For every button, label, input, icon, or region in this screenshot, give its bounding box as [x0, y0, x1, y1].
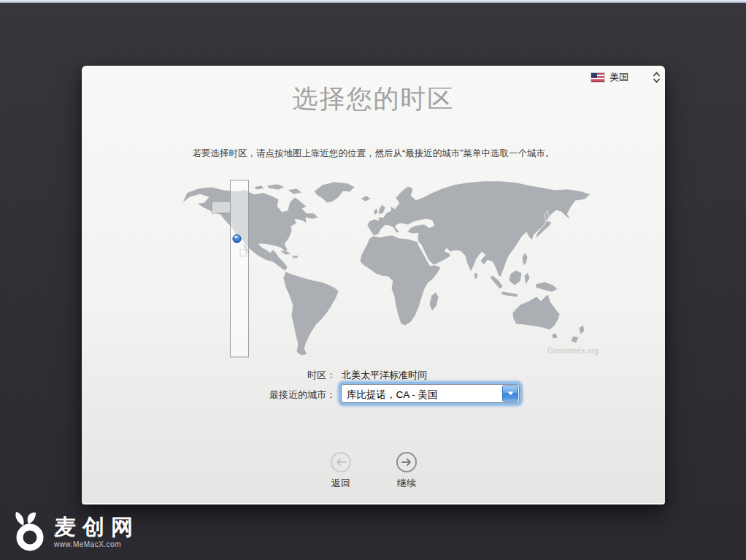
continue-button[interactable]: 继续: [386, 452, 427, 490]
us-flag-icon: [591, 73, 604, 82]
instruction-text: 若要选择时区，请点按地图上靠近您的位置，然后从“最接近的城市”菜单中选取一个城市…: [82, 147, 665, 160]
continue-button-label: 继续: [386, 477, 427, 490]
back-button[interactable]: 返回: [320, 452, 361, 490]
map-australia: [512, 294, 560, 330]
map-south-america: [283, 272, 339, 356]
chevron-down-icon: [507, 391, 514, 396]
memacx-logo-icon: [13, 511, 48, 552]
back-button-label: 返回: [320, 477, 361, 490]
map-greenland: [314, 182, 355, 203]
watermark: 麦创网 www.MeMacX.com: [13, 511, 139, 552]
closest-city-label: 最接近的城市：: [269, 388, 336, 402]
setup-assistant-window: 美国 选择您的时区 若要选择时区，请点按地图上靠近您的位置，然后从“最接近的城市…: [82, 66, 665, 505]
selected-city-marker: [233, 234, 241, 242]
page-title: 选择您的时区: [82, 82, 665, 116]
timezone-world-map[interactable]: Geonames.org: [181, 180, 608, 358]
timezone-band: [212, 180, 249, 357]
timezone-label: 时区：: [307, 369, 336, 382]
desktop-top-edge: [0, 0, 746, 3]
arrow-left-icon: [335, 458, 347, 467]
timezone-value: 北美太平洋标准时间: [342, 369, 427, 382]
combobox-dropdown-button[interactable]: [502, 386, 518, 402]
map-north-america: [182, 187, 318, 271]
back-arrow-circle: [331, 452, 351, 472]
watermark-site-url: www.MeMacX.com: [54, 540, 139, 548]
arrow-right-icon: [401, 458, 412, 467]
map-attribution: Geonames.org: [547, 347, 599, 355]
closest-city-value: 库比提诺，CA - 美国: [347, 388, 500, 402]
closest-city-combobox[interactable]: 库比提诺，CA - 美国: [341, 384, 520, 403]
continue-arrow-circle: [396, 452, 417, 472]
watermark-site-name: 麦创网: [54, 515, 139, 539]
world-map-graphic: [181, 180, 608, 358]
